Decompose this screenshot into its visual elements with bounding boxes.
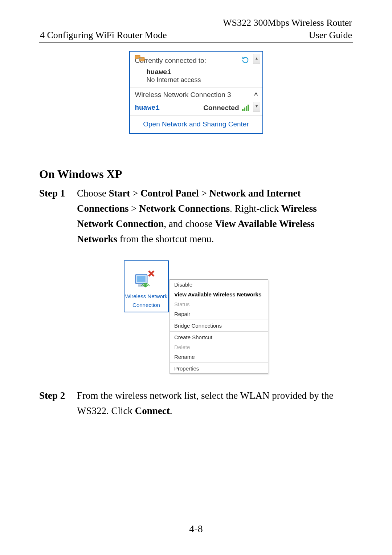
ssid-name: huawei xyxy=(147,68,257,76)
doc-type: User Guide xyxy=(309,30,352,41)
ctx-status: Status xyxy=(170,299,268,309)
icon-label-line2: Connection xyxy=(124,302,168,308)
flyout-header: Currently connected to: ▴ xyxy=(130,52,262,68)
ctx-delete: Delete xyxy=(170,342,268,352)
ctx-properties[interactable]: Properties xyxy=(170,364,268,373)
svg-rect-7 xyxy=(137,276,146,282)
wlan-adapter-row[interactable]: Wireless Network Connection 3 ^ xyxy=(130,88,262,102)
step-2-body: From the wireless network list, select t… xyxy=(77,388,353,419)
connected-network-row[interactable]: huawei Connected ▾ xyxy=(130,102,262,116)
svg-rect-2 xyxy=(242,109,244,111)
ctx-repair[interactable]: Repair xyxy=(170,309,268,319)
step-2: Step 2 From the wireless network list, s… xyxy=(39,388,353,419)
scroll-up-button[interactable]: ▴ xyxy=(253,54,260,64)
svg-point-11 xyxy=(144,285,147,288)
ctx-create-shortcut[interactable]: Create Shortcut xyxy=(170,332,268,342)
page-number: 4-8 xyxy=(0,523,392,535)
chapter-title: 4 Configuring WiFi Router Mode xyxy=(40,30,167,41)
step-2-label: Step 2 xyxy=(39,388,77,419)
ctx-rename[interactable]: Rename xyxy=(170,352,268,362)
open-sharing-center-link[interactable]: Open Network and Sharing Center xyxy=(130,116,262,133)
connected-state: Connected xyxy=(203,104,239,112)
svg-rect-3 xyxy=(244,108,245,111)
icon-label-line1: Wireless Network xyxy=(124,293,168,299)
ctx-bridge[interactable]: Bridge Connections xyxy=(170,321,268,331)
step-1-body: Choose Start > Control Panel > Network a… xyxy=(77,186,353,247)
product-title: WS322 300Mbps Wireless Router xyxy=(223,17,352,28)
wireless-connection-icon-box[interactable]: Wireless Network Connection xyxy=(124,260,169,312)
step-1: Step 1 Choose Start > Control Panel > Ne… xyxy=(39,186,353,247)
signal-bars-icon xyxy=(242,104,250,111)
network-icon xyxy=(134,53,146,63)
section-heading: On Windows XP xyxy=(39,167,353,181)
wlan-adapter-label: Wireless Network Connection 3 xyxy=(135,91,231,98)
chevron-up-icon: ^ xyxy=(254,92,258,99)
svg-rect-4 xyxy=(246,106,247,111)
net-status: No Internet access xyxy=(147,76,201,84)
network-flyout-figure: Currently connected to: ▴ huawei No Inte… xyxy=(129,51,263,134)
xp-context-menu-figure: Wireless Network Connection Disable View… xyxy=(124,260,268,374)
scroll-down-button[interactable]: ▾ xyxy=(253,102,260,112)
connected-ssid: huawei xyxy=(135,104,160,112)
ctx-view-available[interactable]: View Available Wireless Networks xyxy=(170,289,268,299)
step-1-label: Step 1 xyxy=(39,186,77,247)
svg-rect-5 xyxy=(248,105,249,111)
context-menu: Disable View Available Wireless Networks… xyxy=(170,279,268,374)
ctx-disable[interactable]: Disable xyxy=(170,280,268,289)
wireless-connection-icon xyxy=(134,268,159,289)
header-rule xyxy=(39,42,353,42)
refresh-icon[interactable] xyxy=(241,56,249,64)
